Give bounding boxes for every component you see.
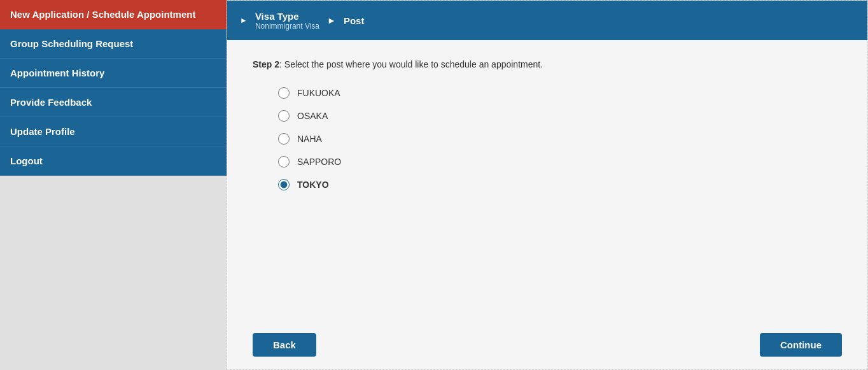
visa-type-label: Visa Type: [255, 11, 319, 22]
radio-option-naha[interactable]: NAHA: [278, 133, 842, 145]
radio-sapporo[interactable]: [278, 156, 290, 167]
visa-type-sub: Nonimmigrant Visa: [255, 22, 319, 31]
visa-type-breadcrumb: Visa Type Nonimmigrant Visa: [255, 11, 319, 31]
radio-option-sapporo[interactable]: SAPPORO: [278, 156, 842, 167]
sidebar-item-logout[interactable]: Logout: [0, 146, 227, 176]
radio-label-fukuoka: FUKUOKA: [297, 88, 340, 98]
radio-naha[interactable]: [278, 133, 290, 145]
radio-label-naha: NAHA: [297, 134, 322, 144]
back-button[interactable]: Back: [253, 333, 316, 357]
radio-label-sapporo: SAPPORO: [297, 157, 341, 167]
breadcrumb-separator-icon: ►: [327, 15, 336, 25]
sidebar-item-appointment-history[interactable]: Appointment History: [0, 59, 227, 88]
radio-option-fukuoka[interactable]: FUKUOKA: [278, 87, 842, 99]
sidebar-item-group-scheduling[interactable]: Group Scheduling Request: [0, 29, 227, 59]
sidebar: New Application / Schedule AppointmentGr…: [0, 0, 227, 370]
radio-osaka[interactable]: [278, 110, 290, 122]
sidebar-item-provide-feedback[interactable]: Provide Feedback: [0, 88, 227, 117]
radio-label-tokyo: TOKYO: [297, 180, 329, 190]
breadcrumb-bar: ► Visa Type Nonimmigrant Visa ► Post: [227, 1, 867, 40]
step-instruction: Step 2: Select the post where you would …: [253, 59, 842, 69]
main-content: ► Visa Type Nonimmigrant Visa ► Post Ste…: [227, 0, 868, 370]
radio-tokyo[interactable]: [278, 179, 290, 190]
sidebar-item-new-application[interactable]: New Application / Schedule Appointment: [0, 0, 227, 29]
radio-option-osaka[interactable]: OSAKA: [278, 110, 842, 122]
footer-buttons: Back Continue: [227, 320, 867, 369]
radio-option-tokyo[interactable]: TOKYO: [278, 179, 842, 190]
radio-label-osaka: OSAKA: [297, 111, 328, 121]
continue-button[interactable]: Continue: [760, 333, 842, 357]
step-label: Step 2: [253, 59, 279, 69]
sidebar-item-update-profile[interactable]: Update Profile: [0, 117, 227, 146]
breadcrumb-arrow-icon: ►: [240, 16, 248, 25]
step-content: Step 2: Select the post where you would …: [227, 40, 867, 320]
radio-fukuoka[interactable]: [278, 87, 290, 99]
post-breadcrumb: Post: [344, 15, 365, 26]
post-radio-group: FUKUOKAOSAKANAHASAPPOROTOKYO: [278, 87, 842, 190]
step-text: : Select the post where you would like t…: [279, 59, 543, 69]
